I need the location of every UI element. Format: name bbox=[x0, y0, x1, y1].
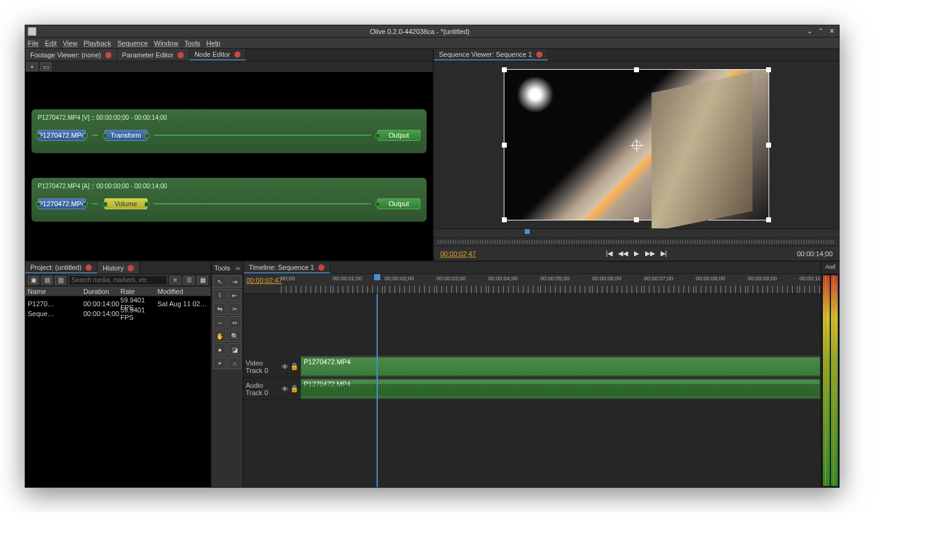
ripple-tool[interactable]: ⇤ bbox=[228, 289, 241, 301]
timeline-area[interactable]: 00:00:02;47 00;0000:00:01;0000:00:02;000… bbox=[244, 274, 820, 487]
minimize-button[interactable]: ⌄ bbox=[804, 27, 814, 36]
new-folder-button[interactable]: ▣ bbox=[28, 276, 39, 285]
transform-handle[interactable] bbox=[634, 67, 639, 72]
zoom-tool[interactable]: 🔍 bbox=[228, 330, 241, 342]
tab-sequence-viewer[interactable]: Sequence Viewer: Sequence 1⬤ bbox=[434, 49, 548, 61]
col-duration[interactable]: Duration bbox=[83, 288, 120, 295]
transform-handle[interactable] bbox=[766, 67, 771, 72]
menu-file[interactable]: File bbox=[28, 40, 39, 47]
transform-handle[interactable] bbox=[634, 217, 639, 222]
fast-forward-button[interactable]: ▶▶ bbox=[644, 249, 656, 259]
rewind-button[interactable]: ◀◀ bbox=[617, 249, 629, 259]
go-to-end-button[interactable]: ▶| bbox=[657, 249, 670, 259]
project-row[interactable]: Seque… 00:00:14;00 59.9401 FPS bbox=[25, 306, 211, 316]
node-group-audio[interactable]: P1270472.MP4 [A] :: 00:00:00;00 - 00:00:… bbox=[31, 178, 427, 222]
viewer-canvas[interactable] bbox=[434, 61, 839, 228]
grid-view-button[interactable]: ▦ bbox=[197, 276, 208, 285]
transform-handle[interactable] bbox=[766, 143, 771, 148]
add-node-button[interactable]: + bbox=[27, 62, 38, 71]
project-list[interactable]: P1270… 00:00:14;00 59.9401 FPS Sat Aug 1… bbox=[25, 296, 211, 487]
play-button[interactable]: ▶ bbox=[630, 249, 643, 259]
track-select-tool[interactable]: ⇥ bbox=[228, 275, 241, 288]
eye-icon[interactable]: 👁 bbox=[282, 363, 288, 370]
tab-footage-viewer[interactable]: Footage Viewer: (none)⬤ bbox=[25, 49, 117, 61]
razor-tool[interactable]: ✂ bbox=[228, 303, 241, 315]
node-media-audio[interactable]: P1270472.MP4 bbox=[38, 198, 86, 209]
viewer-ruler[interactable] bbox=[434, 228, 839, 237]
close-icon[interactable]: ⬤ bbox=[177, 51, 184, 58]
timeline-current-time[interactable]: 00:00:02;47 bbox=[246, 277, 282, 284]
timeline-ruler[interactable]: 00:00:02;47 00;0000:00:01;0000:00:02;000… bbox=[244, 274, 820, 294]
close-icon[interactable]: ⬤ bbox=[85, 264, 92, 270]
close-icon[interactable]: ⬤ bbox=[318, 264, 325, 270]
tab-history[interactable]: History⬤ bbox=[98, 262, 140, 274]
transition-tool[interactable]: ◪ bbox=[228, 343, 241, 356]
transform-handle[interactable] bbox=[502, 217, 507, 222]
hand-tool[interactable]: ✋ bbox=[213, 330, 227, 342]
tab-node-editor[interactable]: Node Editor⬤ bbox=[190, 49, 246, 61]
snapping-button[interactable]: ∩ bbox=[228, 357, 241, 369]
project-toolbar: ▣ ▤ ▥ ≡ ☰ ▦ bbox=[25, 274, 211, 286]
list-view-button[interactable]: ≡ bbox=[170, 276, 181, 285]
audio-clip[interactable]: P1270472.MP4 bbox=[301, 379, 820, 398]
menu-view[interactable]: View bbox=[63, 40, 78, 47]
menu-playback[interactable]: Playback bbox=[83, 40, 111, 47]
tab-parameter-editor[interactable]: Parameter Editor⬤ bbox=[117, 49, 190, 61]
node-output-video[interactable]: Output bbox=[377, 130, 420, 141]
current-timecode[interactable]: 00:00:02;47 bbox=[440, 250, 476, 257]
tab-seqviewer-label: Sequence Viewer: Sequence 1 bbox=[439, 51, 532, 58]
menu-tools[interactable]: Tools bbox=[185, 40, 201, 47]
col-rate[interactable]: Rate bbox=[120, 288, 157, 295]
audio-track-header[interactable]: Audio Track 0👁🔒 bbox=[244, 378, 301, 399]
lock-icon[interactable]: 🔒 bbox=[290, 362, 299, 370]
rolling-tool[interactable]: ⇆ bbox=[213, 303, 227, 315]
slip-tool[interactable]: ↔ bbox=[213, 316, 227, 328]
video-clip[interactable]: P1270472.MP4 bbox=[301, 357, 820, 376]
transform-handle[interactable] bbox=[502, 143, 507, 148]
viewer-playhead[interactable] bbox=[525, 229, 530, 234]
maximize-button[interactable]: ⌃ bbox=[815, 27, 825, 36]
viewer-scrubber[interactable] bbox=[434, 237, 839, 246]
menu-edit[interactable]: Edit bbox=[45, 40, 57, 47]
menu-sequence[interactable]: Sequence bbox=[117, 40, 148, 47]
go-to-start-button[interactable]: |◀ bbox=[603, 249, 615, 259]
node-graph[interactable]: P1270472.MP4 [V] :: 00:00:00;00 - 00:00:… bbox=[25, 72, 433, 261]
video-track-header[interactable]: Video Track 0👁🔒 bbox=[244, 356, 301, 377]
detail-view-button[interactable]: ☰ bbox=[183, 276, 194, 285]
add-tool[interactable]: + bbox=[213, 357, 227, 369]
node-media-video[interactable]: P1270472.MP4 bbox=[38, 130, 86, 141]
record-tool[interactable]: ● bbox=[213, 343, 227, 356]
transform-handle[interactable] bbox=[766, 217, 771, 222]
preview-image[interactable] bbox=[504, 69, 769, 220]
close-icon[interactable]: ⬤ bbox=[234, 51, 241, 57]
eye-icon[interactable]: 👁 bbox=[282, 385, 288, 393]
close-icon[interactable]: ⬤ bbox=[536, 51, 543, 57]
menu-help[interactable]: Help bbox=[206, 40, 220, 47]
tab-timeline[interactable]: Timeline: Sequence 1⬤ bbox=[244, 262, 330, 274]
node-output-audio[interactable]: Output bbox=[377, 198, 420, 209]
edit-tool[interactable]: I bbox=[213, 289, 227, 301]
col-modified[interactable]: Modified bbox=[157, 288, 208, 295]
graph-view-button[interactable]: ▭ bbox=[40, 62, 51, 71]
lock-icon[interactable]: 🔒 bbox=[290, 385, 299, 393]
close-window-button[interactable]: ✕ bbox=[827, 27, 836, 36]
audio-meter-right bbox=[831, 275, 838, 486]
transform-handle[interactable] bbox=[502, 67, 507, 72]
search-input[interactable] bbox=[69, 275, 167, 285]
new-item-button[interactable]: ▤ bbox=[41, 276, 52, 285]
slide-tool[interactable]: ⇔ bbox=[228, 316, 241, 328]
main-window: Olive 0.2.0-442038ca - *(untitled) ⌄ ⌃ ✕… bbox=[25, 25, 840, 488]
node-group-video[interactable]: P1270472.MP4 [V] :: 00:00:00;00 - 00:00:… bbox=[31, 109, 427, 153]
close-icon[interactable]: ⬤ bbox=[105, 51, 112, 58]
timeline-playhead[interactable] bbox=[377, 294, 378, 487]
open-button[interactable]: ▥ bbox=[55, 276, 66, 285]
close-icon[interactable]: ⬤ bbox=[127, 264, 134, 271]
node-volume[interactable]: Volume bbox=[104, 198, 148, 209]
node-transform[interactable]: Transform bbox=[104, 130, 148, 141]
col-name[interactable]: Name bbox=[28, 288, 83, 295]
pointer-tool[interactable]: ↖ bbox=[213, 275, 227, 288]
project-row[interactable]: P1270… 00:00:14;00 59.9401 FPS Sat Aug 1… bbox=[25, 296, 211, 306]
menu-window[interactable]: Window bbox=[154, 40, 178, 47]
tab-project[interactable]: Project: (untitled)⬤ bbox=[25, 262, 98, 274]
chevron-icon[interactable]: ‹› bbox=[236, 264, 240, 272]
